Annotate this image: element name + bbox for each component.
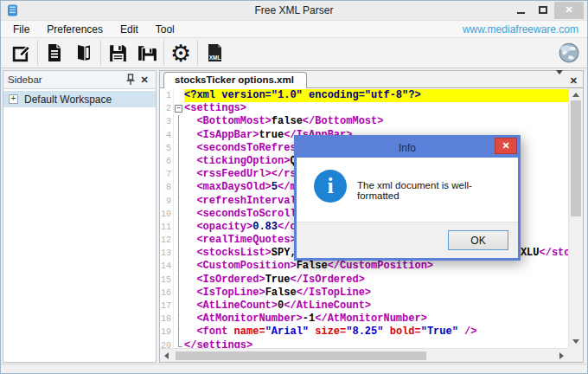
pin-button[interactable]: [124, 73, 137, 87]
toolbar-separator: [163, 40, 164, 66]
tab-stocksticker-options[interactable]: stocksTicker options.xml: [163, 72, 307, 89]
line-number: 7: [160, 168, 174, 181]
vertical-scrollbar[interactable]: [568, 88, 583, 348]
globe-button[interactable]: [558, 42, 580, 64]
menu-bar: FilePreferencesEditTool www.mediafreewar…: [1, 20, 587, 37]
tab-list-button[interactable]: [556, 74, 563, 87]
sidebar-panel: Sidebar ✕ + Default Workspace: [3, 70, 157, 363]
line-number: 19: [160, 326, 174, 339]
fold-margin: [174, 208, 184, 221]
toolbar-separator: [197, 40, 198, 66]
fold-margin: [174, 129, 184, 142]
code-text: <IsOrdered>True</IsOrdered>: [184, 274, 568, 287]
document-icon: [44, 42, 65, 63]
horizontal-scrollbar[interactable]: [160, 348, 568, 362]
save-icon: [107, 42, 129, 64]
edit-button[interactable]: [6, 39, 35, 67]
line-number: 8: [160, 181, 174, 194]
workspace-label: Default Workspace: [24, 94, 112, 106]
code-line: 17 <AtLineCount>0</AtLineCount>: [160, 300, 568, 313]
scroll-right-icon[interactable]: [559, 352, 564, 359]
app-window: Free XML Parser ✕ FilePreferencesEditToo…: [0, 0, 588, 374]
ok-button[interactable]: OK: [448, 230, 508, 250]
line-number: 20: [160, 339, 174, 348]
website-link[interactable]: www.mediafreeware.com: [463, 23, 578, 35]
dialog-close-button[interactable]: ✕: [495, 138, 517, 154]
sidebar-close-button[interactable]: ✕: [137, 73, 151, 87]
fold-margin: [174, 168, 184, 181]
fold-margin: [174, 155, 184, 168]
info-dialog: Info ✕ i The xml document is well-format…: [294, 135, 521, 261]
scrollbar-corner: [568, 348, 583, 362]
expand-icon[interactable]: +: [9, 94, 18, 104]
dialog-footer: OK: [297, 222, 518, 258]
code-text: </settings>: [184, 339, 568, 348]
globe-icon: [558, 42, 580, 64]
code-text: <IsTopLine>False</IsTopLine>: [184, 287, 568, 300]
code-line: 1<?xml version="1.0" encoding="utf-8"?>: [160, 89, 568, 102]
vertical-scroll-thumb[interactable]: [571, 100, 581, 216]
book-icon: [74, 42, 94, 63]
horizontal-scroll-thumb[interactable]: [176, 351, 426, 360]
line-number: 10: [160, 208, 174, 221]
code-text: <settings>: [184, 102, 568, 115]
line-number: 9: [160, 195, 174, 208]
save-as-icon: [137, 42, 158, 64]
sidebar-item-default-workspace[interactable]: + Default Workspace: [3, 91, 156, 107]
fold-margin: [174, 326, 184, 339]
xml-validate-button[interactable]: XML: [200, 39, 229, 67]
gear-icon: ⚙: [170, 42, 191, 65]
minimize-button[interactable]: [509, 2, 532, 18]
scroll-down-icon[interactable]: [572, 339, 579, 344]
close-icon: ✕: [140, 74, 148, 86]
code-text: <font name="Arial" size="8.25" bold="Tru…: [184, 326, 568, 339]
pin-icon: [125, 74, 136, 86]
line-number: 14: [160, 260, 174, 273]
maximize-button[interactable]: [532, 2, 554, 18]
menu-tool[interactable]: Tool: [147, 22, 183, 37]
line-number: 17: [160, 300, 174, 313]
book-button[interactable]: [69, 39, 99, 67]
code-line: 19 <font name="Arial" size="8.25" bold="…: [160, 326, 568, 339]
scroll-left-icon[interactable]: [164, 352, 169, 359]
code-text: <AtLineCount>0</AtLineCount>: [184, 300, 568, 313]
close-button[interactable]: ✕: [554, 2, 584, 19]
tab-close-button[interactable]: ✕: [570, 76, 578, 86]
fold-margin: [174, 195, 184, 208]
dialog-body: i The xml document is well-formatted: [297, 158, 518, 222]
line-number: 12: [160, 234, 174, 247]
fold-margin: [174, 300, 184, 313]
menu-file[interactable]: File: [4, 22, 38, 37]
toolbar-separator: [37, 40, 38, 66]
menu-preferences[interactable]: Preferences: [38, 22, 112, 37]
dialog-message: The xml document is well-formatted: [357, 180, 513, 201]
document-button[interactable]: [40, 39, 69, 67]
dialog-title-bar: Info ✕: [297, 138, 518, 158]
fold-collapse-icon[interactable]: –: [174, 102, 184, 115]
line-number: 6: [160, 155, 174, 168]
code-line: 15 <IsOrdered>True</IsOrdered>: [160, 274, 568, 287]
edit-icon: [10, 42, 32, 64]
fold-margin: [174, 313, 184, 326]
app-icon: [7, 4, 19, 16]
sidebar-title: Sidebar: [8, 74, 124, 85]
save-as-button[interactable]: [132, 39, 162, 67]
fold-margin: [174, 234, 184, 247]
code-line: 20</settings>: [160, 339, 568, 348]
line-number: 3: [160, 115, 174, 128]
code-text: <CustomPosition>False</CustomPosition>: [184, 260, 568, 273]
svg-text:XML: XML: [209, 55, 221, 61]
xml-file-icon: XML: [204, 42, 225, 63]
sidebar-header: Sidebar ✕: [3, 71, 156, 89]
fold-margin: [174, 260, 184, 273]
close-icon: ✕: [502, 140, 509, 152]
line-number: 4: [160, 129, 174, 142]
code-line: 14 <CustomPosition>False</CustomPosition…: [160, 260, 568, 273]
menu-edit[interactable]: Edit: [112, 22, 147, 37]
scroll-up-icon[interactable]: [572, 93, 579, 97]
save-button[interactable]: [103, 39, 132, 67]
code-line: 3 <BottomMost>false</BottomMost>: [160, 115, 568, 128]
code-line: 18 <AtMonitorNumber>-1</AtMonitorNumber>: [160, 313, 568, 326]
settings-button[interactable]: ⚙: [166, 39, 195, 67]
title-bar: Free XML Parser ✕: [1, 1, 587, 20]
